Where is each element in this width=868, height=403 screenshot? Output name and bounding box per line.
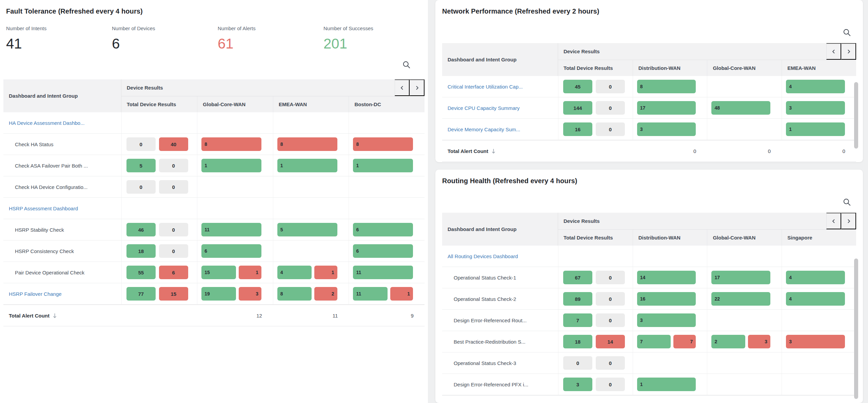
result-bar-success[interactable]: 2: [711, 335, 745, 348]
result-bar-alert[interactable]: 3: [748, 335, 770, 348]
result-bar-success[interactable]: 3: [786, 101, 845, 115]
prev-columns-button[interactable]: [395, 79, 410, 96]
total-alert-count-sort[interactable]: Total Alert Count: [442, 140, 558, 161]
alert-count-pill[interactable]: 0: [596, 378, 625, 391]
intent-label[interactable]: Check ASA Failover Pair Both ...: [3, 155, 121, 176]
next-columns-button[interactable]: [410, 79, 425, 96]
intent-label[interactable]: HSRP Consistency Check: [3, 241, 121, 262]
intent-label[interactable]: Design Error-Referenced PFX i...: [442, 374, 558, 395]
dashboard-link[interactable]: Device CPU Capacity Summary: [442, 97, 558, 118]
success-count-pill[interactable]: 89: [563, 292, 592, 306]
result-bar-alert[interactable]: 8: [277, 137, 337, 151]
success-count-pill[interactable]: 55: [126, 266, 156, 279]
success-count-pill[interactable]: 77: [126, 287, 156, 301]
alert-count-pill[interactable]: 0: [159, 180, 188, 194]
result-bar-success[interactable]: 6: [353, 244, 413, 258]
result-bar-success[interactable]: 8: [637, 80, 696, 93]
result-bar-alert[interactable]: 7: [673, 335, 696, 348]
total-alert-count-sort[interactable]: Total Alert Count: [442, 396, 558, 403]
dashboard-link[interactable]: All Routing Devices Dashboard: [442, 246, 558, 267]
alert-count-pill[interactable]: 15: [159, 287, 188, 301]
result-bar-success[interactable]: 5: [277, 223, 337, 236]
dashboard-link[interactable]: HA Device Assessment Dashbo...: [3, 112, 121, 133]
result-bar-success[interactable]: 1: [201, 159, 261, 172]
success-count-pill[interactable]: 45: [563, 80, 592, 93]
result-bar-alert[interactable]: 8: [353, 137, 413, 151]
alert-count-pill[interactable]: 0: [159, 159, 188, 172]
alert-count-pill[interactable]: 6: [159, 266, 188, 279]
dashboard-link[interactable]: HSRP Failover Change: [3, 283, 121, 304]
alert-count-pill[interactable]: 0: [596, 292, 625, 306]
alert-count-pill[interactable]: 0: [596, 122, 625, 136]
result-bar-success[interactable]: 1: [786, 122, 845, 136]
alert-count-pill[interactable]: 0: [159, 244, 188, 258]
success-count-pill[interactable]: 3: [563, 378, 592, 391]
success-count-pill[interactable]: 0: [126, 137, 156, 151]
intent-label[interactable]: Operational Status Check-3: [442, 352, 558, 373]
intent-label[interactable]: Operational Status Check-2: [442, 288, 558, 309]
result-bar-success[interactable]: 16: [637, 292, 696, 306]
result-bar-success[interactable]: 4: [277, 266, 312, 279]
intent-label[interactable]: HSRP Stability Check: [3, 219, 121, 240]
intent-label[interactable]: Design Error-Referenced Rout...: [442, 310, 558, 331]
next-columns-button[interactable]: [841, 43, 856, 60]
result-bar-success[interactable]: 11: [353, 287, 387, 301]
result-bar-success[interactable]: 15: [201, 266, 236, 279]
result-bar-success[interactable]: 1: [637, 378, 696, 391]
result-bar-alert[interactable]: 1: [314, 266, 337, 279]
dashboard-link[interactable]: HSRP Assessment Dashboard: [3, 198, 121, 219]
success-count-pill[interactable]: 7: [563, 313, 592, 327]
network-performance-search-button[interactable]: [842, 27, 852, 38]
intent-label[interactable]: Check HA Device Configuratio...: [3, 176, 121, 197]
result-bar-alert[interactable]: 1: [239, 266, 262, 279]
alert-count-pill[interactable]: 0: [596, 356, 625, 370]
result-bar-success[interactable]: 3: [637, 122, 696, 136]
result-bar-success[interactable]: 4: [786, 80, 845, 93]
fault-tolerance-search-button[interactable]: [401, 60, 412, 70]
result-bar-success[interactable]: 22: [711, 292, 770, 306]
result-bar-success[interactable]: 14: [637, 271, 696, 284]
result-bar-success[interactable]: 6: [201, 244, 261, 258]
alert-count-pill[interactable]: 0: [159, 223, 188, 236]
result-bar-alert[interactable]: 3: [239, 287, 262, 301]
success-count-pill[interactable]: 16: [563, 122, 592, 136]
intent-label[interactable]: Pair Device Operational Check: [3, 262, 121, 283]
alert-count-pill[interactable]: 14: [596, 335, 625, 348]
scrollbar-thumb[interactable]: [854, 82, 858, 149]
alert-count-pill[interactable]: 0: [596, 271, 625, 284]
result-bar-success[interactable]: 19: [201, 287, 236, 301]
result-bar-success[interactable]: 11: [353, 266, 413, 279]
success-count-pill[interactable]: 144: [563, 101, 592, 115]
success-count-pill[interactable]: 46: [126, 223, 156, 236]
dashboard-link[interactable]: Critical Interface Utilization Cap...: [442, 76, 558, 97]
result-bar-success[interactable]: 7: [637, 335, 671, 348]
result-bar-success[interactable]: 6: [353, 223, 413, 236]
result-bar-success[interactable]: 3: [637, 313, 696, 327]
success-count-pill[interactable]: 0: [563, 356, 592, 370]
result-bar-success[interactable]: 1: [277, 159, 337, 172]
alert-count-pill[interactable]: 0: [596, 313, 625, 327]
alert-count-pill[interactable]: 0: [596, 101, 625, 115]
result-bar-alert[interactable]: 1: [390, 287, 413, 301]
result-bar-success[interactable]: 4: [786, 271, 845, 284]
dashboard-link[interactable]: Device Memory Capacity Sum...: [442, 119, 558, 140]
intent-label[interactable]: Operational Status Check-1: [442, 267, 558, 288]
success-count-pill[interactable]: 0: [126, 180, 156, 194]
result-bar-alert[interactable]: 8: [201, 137, 261, 151]
next-columns-button[interactable]: [841, 213, 856, 229]
result-bar-alert[interactable]: 3: [786, 335, 845, 348]
intent-label[interactable]: Check HA Status: [3, 134, 121, 155]
result-bar-success[interactable]: 8: [277, 287, 312, 301]
alert-count-pill[interactable]: 40: [159, 137, 188, 151]
result-bar-success[interactable]: 17: [711, 271, 770, 284]
result-bar-success[interactable]: 17: [637, 101, 696, 115]
prev-columns-button[interactable]: [826, 213, 841, 229]
prev-columns-button[interactable]: [826, 43, 841, 60]
intent-label[interactable]: Best Practice-Redistribution S...: [442, 331, 558, 352]
success-count-pill[interactable]: 5: [126, 159, 156, 172]
success-count-pill[interactable]: 18: [126, 244, 156, 258]
scrollbar-thumb[interactable]: [854, 258, 858, 399]
result-bar-success[interactable]: 1: [353, 159, 413, 172]
result-bar-success[interactable]: 48: [711, 101, 770, 115]
result-bar-success[interactable]: 11: [201, 223, 261, 236]
